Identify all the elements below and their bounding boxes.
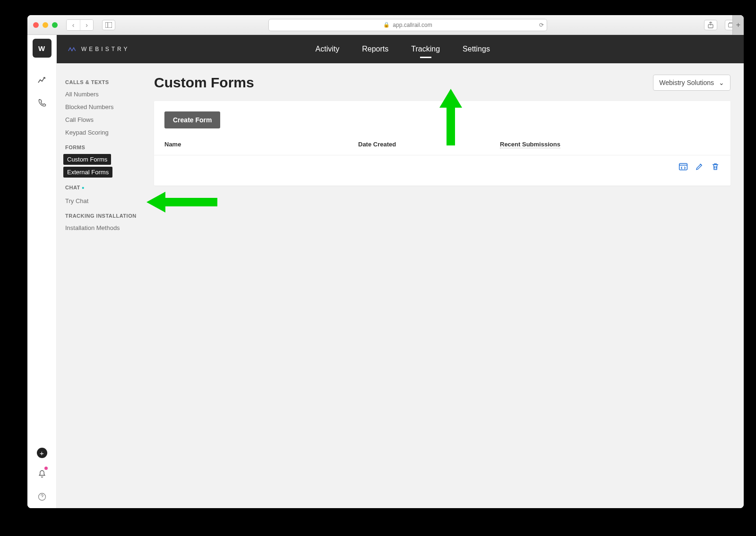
nav-settings[interactable]: Settings: [463, 43, 490, 55]
brand[interactable]: WEBISTRY: [68, 45, 129, 53]
nav-reports[interactable]: Reports: [362, 43, 388, 55]
sidebar-toggle-button[interactable]: [102, 20, 115, 30]
sidebar-item-keypad-scoring[interactable]: Keypad Scoring: [57, 126, 146, 139]
col-date-created: Date Created: [358, 141, 500, 148]
forward-button[interactable]: ›: [80, 20, 93, 30]
add-button[interactable]: +: [37, 448, 47, 458]
reload-icon[interactable]: ⟳: [539, 22, 544, 28]
sidebar-head-chat: CHAT •: [57, 179, 146, 195]
lock-icon: 🔒: [383, 22, 390, 28]
share-button[interactable]: [704, 20, 717, 30]
top-nav: Activity Reports Tracking Settings: [129, 43, 676, 55]
trash-icon[interactable]: [711, 162, 720, 171]
embed-code-icon[interactable]: [679, 162, 688, 171]
brand-square[interactable]: W: [33, 39, 52, 58]
page-title: Custom Forms: [154, 75, 254, 91]
nav-activity[interactable]: Activity: [316, 43, 340, 55]
new-tab-button[interactable]: +: [732, 15, 744, 35]
sidebar-item-try-chat[interactable]: Try Chat: [57, 195, 146, 207]
topbar: WEBISTRY Activity Reports Tracking Setti…: [57, 35, 744, 63]
sidebar-item-install-methods[interactable]: Installation Methods: [57, 221, 146, 234]
stage: ‹ › 🔒 app.callrail.com ⟳: [0, 0, 756, 536]
back-button[interactable]: ‹: [67, 20, 80, 30]
edit-icon[interactable]: [695, 162, 704, 171]
svg-marker-8: [439, 89, 462, 145]
chevron-down-icon: ⌄: [719, 79, 724, 86]
sidebar-head-chat-text: CHAT: [65, 185, 80, 190]
app-main: WEBISTRY Activity Reports Tracking Setti…: [57, 35, 744, 508]
sidebar-item-custom-forms[interactable]: Custom Forms: [63, 154, 111, 165]
nav-tracking[interactable]: Tracking: [411, 43, 440, 55]
address-bar-wrap: 🔒 app.callrail.com ⟳: [120, 19, 696, 31]
window-minimize-icon[interactable]: [43, 22, 48, 28]
sidebar-head-calls-texts: CALLS & TEXTS: [57, 74, 146, 88]
phone-icon[interactable]: [34, 94, 51, 111]
nav-back-forward: ‹ ›: [66, 19, 94, 31]
table-row: [154, 155, 730, 186]
brand-letter: W: [38, 44, 45, 52]
analytics-icon[interactable]: [34, 72, 51, 89]
window-close-icon[interactable]: [33, 22, 39, 28]
sidebar: CALLS & TEXTS All Numbers Blocked Number…: [57, 63, 146, 508]
sidebar-item-blocked-numbers[interactable]: Blocked Numbers: [57, 101, 146, 113]
account-dropdown[interactable]: Webistry Solutions ⌄: [653, 75, 730, 91]
col-recent-submissions[interactable]: Recent Submissions: [500, 141, 560, 148]
brand-logo-icon: [68, 45, 77, 53]
notifications-icon[interactable]: [34, 466, 51, 483]
help-icon[interactable]: [34, 488, 51, 505]
app-root: W +: [27, 35, 744, 508]
svg-rect-0: [105, 22, 112, 28]
traffic-lights: [33, 22, 58, 28]
svg-rect-6: [679, 163, 687, 170]
create-form-button[interactable]: Create Form: [164, 111, 220, 128]
annotation-arrow-up: [439, 89, 462, 145]
browser-chrome: ‹ › 🔒 app.callrail.com ⟳: [27, 15, 744, 35]
browser-window: ‹ › 🔒 app.callrail.com ⟳: [27, 15, 744, 508]
sidebar-head-tracking-install: TRACKING INSTALLATION: [57, 207, 146, 221]
address-bar[interactable]: 🔒 app.callrail.com ⟳: [268, 19, 547, 31]
sidebar-item-all-numbers[interactable]: All Numbers: [57, 88, 146, 101]
sidebar-item-call-flows[interactable]: Call Flows: [57, 113, 146, 126]
account-dropdown-label: Webistry Solutions: [659, 79, 714, 86]
window-zoom-icon[interactable]: [52, 22, 58, 28]
left-rail: W +: [27, 35, 57, 508]
svg-marker-9: [146, 192, 217, 213]
brand-text: WEBISTRY: [81, 46, 129, 52]
page-head: Custom Forms Webistry Solutions ⌄: [154, 75, 730, 91]
sidebar-item-external-forms[interactable]: External Forms: [63, 167, 112, 178]
row-actions: [679, 162, 720, 171]
body: CALLS & TEXTS All Numbers Blocked Number…: [57, 63, 744, 508]
annotation-arrow-left: [146, 192, 217, 213]
sidebar-head-forms: FORMS: [57, 139, 146, 153]
notification-dot: [44, 467, 48, 470]
url-text: app.callrail.com: [393, 22, 432, 28]
chat-new-dot-icon: •: [82, 184, 84, 192]
col-name: Name: [164, 141, 358, 148]
